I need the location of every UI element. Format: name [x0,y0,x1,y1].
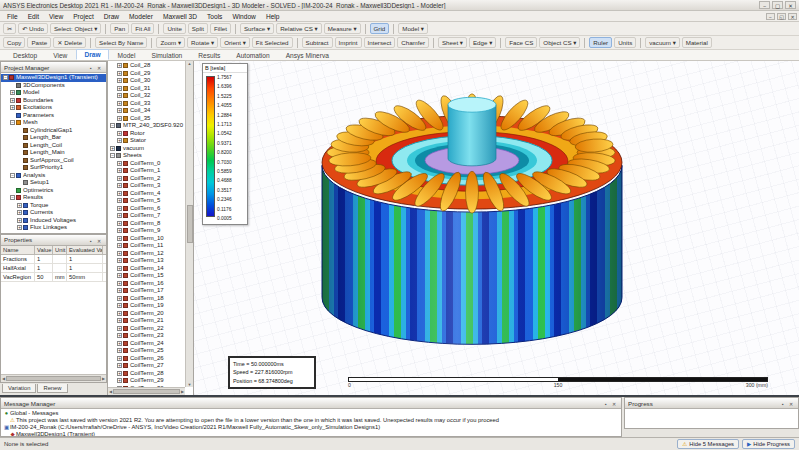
tree-expander-icon[interactable]: + [117,63,122,68]
ribbon-tab-automation[interactable]: Automation [229,51,276,60]
tree-item-3dcomponents[interactable]: 3DComponents [1,82,106,90]
tree-expander-icon[interactable]: + [10,105,15,110]
tree-expander-icon[interactable]: + [110,146,115,151]
tree-item-length-coil[interactable]: Length_Coil [1,142,106,150]
scroll-right-icon[interactable]: ▶ [181,389,184,394]
tree-item-coilterm-13[interactable]: +CoilTerm_13 [108,257,185,265]
tree-item-coil-29[interactable]: +Coil_29 [108,70,185,78]
tree-expander-icon[interactable]: + [117,363,122,368]
close-icon[interactable]: ✕ [787,399,795,407]
tree-item-model[interactable]: +Model [1,89,106,97]
tree-expander-icon[interactable]: + [117,93,122,98]
tree-item-coilterm-8[interactable]: +CoilTerm_8 [108,220,185,228]
tree-item-coil-32[interactable]: +Coil_32 [108,92,185,100]
tree-item-setup1[interactable]: Setup1 [1,179,106,187]
dock-tab-variation[interactable]: Variation [2,384,36,393]
tree-item-boundaries[interactable]: +Boundaries [1,97,106,105]
properties-row-vacregion[interactable]: VacRegion50mm50mm [1,273,106,282]
tree-expander-icon[interactable]: − [10,173,15,178]
tree-item-length-bar[interactable]: Length_Bar [1,134,106,142]
toolbar-select-by-name-button[interactable]: Select By Name [95,37,147,48]
tree-item-coilterm-6[interactable]: +CoilTerm_6 [108,205,185,213]
toolbar-grid-toggle[interactable]: Grid [370,23,390,34]
tree-item-coilterm-19[interactable]: +CoilTerm_19 [108,302,185,310]
tree-expander-icon[interactable]: + [117,71,122,76]
pin-icon[interactable]: ▪ [602,399,610,407]
toolbar-copy-button[interactable]: Copy [3,37,25,48]
tree-item-surfapprox-coil[interactable]: SurfApprox_Coil [1,157,106,165]
menu-item-tools[interactable]: Tools [202,13,227,20]
tree-expander-icon[interactable]: + [117,311,122,316]
menu-item-modeler[interactable]: Modeler [124,13,158,20]
tree-item-torque[interactable]: +Torque [1,202,106,210]
tree-item-coil-31[interactable]: +Coil_31 [108,85,185,93]
tree-item-coilterm-1[interactable]: +CoilTerm_1 [108,167,185,175]
tree-expander-icon[interactable]: + [117,138,122,143]
tree-item-mesh[interactable]: −Mesh [1,119,106,127]
tree-expander-icon[interactable]: − [110,153,115,158]
close-icon[interactable]: ✕ [95,236,103,244]
ribbon-tab-desktop[interactable]: Desktop [6,51,44,60]
tree-expander-icon[interactable]: + [117,281,122,286]
tree-expander-icon[interactable]: + [117,341,122,346]
scrollbar-thumb[interactable] [187,205,193,243]
modeler-3d-viewport[interactable]: B [tesla] 1.75671.63961.52251.40551.2884… [194,61,799,395]
tree-item-coilterm-0[interactable]: +CoilTerm_0 [108,160,185,168]
tree-expander-icon[interactable]: + [117,86,122,91]
tree-item-coilterm-10[interactable]: +CoilTerm_10 [108,235,185,243]
tree-item-sheets[interactable]: −Sheets [108,152,185,160]
tree-item-excitations[interactable]: +Excitations [1,104,106,112]
tree-item-parameters[interactable]: Parameters [1,112,106,120]
toolbar-object-cs-dropdown[interactable]: Object CS ▾ [539,37,580,48]
tree-item-flux-linkages[interactable]: +Flux Linkages [1,224,106,232]
tree-expander-icon[interactable]: + [17,218,22,223]
toolbar-rotate-dropdown[interactable]: Rotate ▾ [187,37,218,48]
hide-progress-button[interactable]: ▶ Hide Progress [742,439,795,449]
color-legend[interactable]: B [tesla] 1.75671.63961.52251.40551.2884… [202,63,248,225]
tree-expander-icon[interactable]: + [117,243,122,248]
warning-message-row[interactable]: ⚠ This project was last saved with versi… [3,417,619,424]
menu-item-help[interactable]: Help [261,13,285,20]
toolbar-zoom-dropdown[interactable]: Zoom ▾ [156,37,185,48]
tree-item-coilterm-5[interactable]: +CoilTerm_5 [108,197,185,205]
tree-expander-icon[interactable]: + [117,348,122,353]
tree-item-rotor[interactable]: +Rotor [108,130,185,138]
toolbar-pan-button[interactable]: Pan [110,23,129,34]
tree-item-coilterm-25[interactable]: +CoilTerm_25 [108,347,185,355]
tree-item-coilterm-26[interactable]: +CoilTerm_26 [108,355,185,363]
tree-item-stator[interactable]: +Stator [108,137,185,145]
tree-item-coilterm-15[interactable]: +CoilTerm_15 [108,272,185,280]
tree-expander-icon[interactable]: + [117,161,122,166]
tree-item-vacuum[interactable]: +vacuum [108,145,185,153]
maximize-icon[interactable]: ▢ [772,1,783,9]
toolbar-cut-button[interactable]: ✂ [3,23,16,34]
toolbar-imprint-button[interactable]: Imprint [335,37,362,48]
toolbar-unite-button[interactable]: Unite [163,23,185,34]
ribbon-tab-results[interactable]: Results [191,51,227,60]
toolbar-material-combo[interactable]: vacuum ▾ [645,37,680,48]
tree-item-coilterm-23[interactable]: +CoilTerm_23 [108,332,185,340]
tree-expander-icon[interactable]: − [110,123,115,128]
tree-item-coilterm-20[interactable]: +CoilTerm_20 [108,310,185,318]
tree-expander-icon[interactable]: + [117,273,122,278]
toolbar-chamfer-button[interactable]: Chamfer [397,37,429,48]
properties-hscrollbar[interactable]: ◀ ▶ [1,374,106,382]
project-message-row[interactable]: ▣ IM-200-24_Ronak (C:/Users/rrafiah/OneD… [3,424,619,431]
tree-item-optimetrics[interactable]: Optimetrics [1,187,106,195]
child-restore-icon[interactable]: ◱ [777,13,786,20]
pin-icon[interactable]: ▪ [87,63,95,71]
tree-expander-icon[interactable]: + [117,131,122,136]
toolbar-sheet-dropdown[interactable]: Sheet ▾ [438,37,467,48]
toolbar-paste-button[interactable]: Paste [27,37,51,48]
tree-expander-icon[interactable]: + [17,210,22,215]
tree-expander-icon[interactable]: + [117,318,122,323]
tree-item-coilterm-11[interactable]: +CoilTerm_11 [108,242,185,250]
toolbar-split-button[interactable]: Split [188,23,208,34]
tree-expander-icon[interactable]: + [117,333,122,338]
tree-item-results[interactable]: −Results [1,194,106,202]
toolbar-select-mode-dropdown[interactable]: Select: Object ▾ [50,23,101,34]
child-close-icon[interactable]: ✕ [788,13,797,20]
tree-expander-icon[interactable]: + [117,228,122,233]
tree-expander-icon[interactable]: + [117,236,122,241]
tree-item-coilterm-28[interactable]: +CoilTerm_28 [108,370,185,378]
